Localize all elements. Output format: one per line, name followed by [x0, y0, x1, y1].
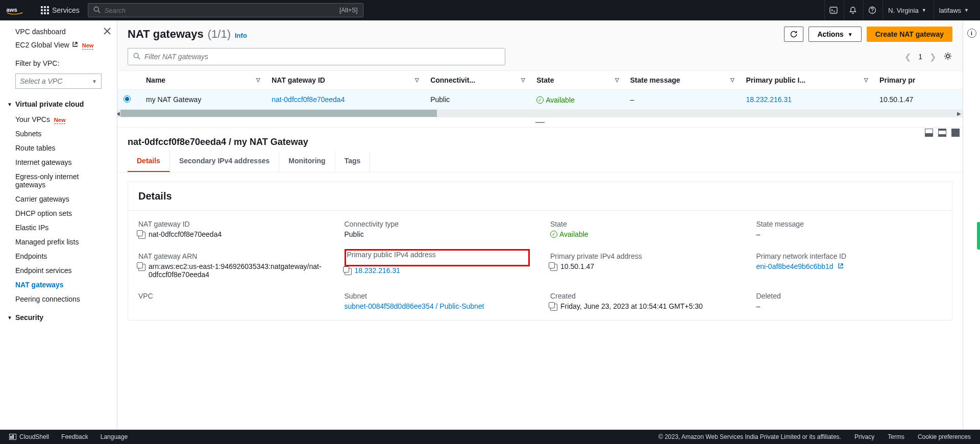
info-link[interactable]: Info: [235, 32, 247, 39]
col-state[interactable]: State▽: [530, 71, 624, 90]
scrollbar-thumb[interactable]: [120, 110, 437, 117]
sidebar-section-security[interactable]: ▼ Security: [0, 309, 117, 326]
sidebar-item-nat-gateways[interactable]: NAT gateways: [0, 278, 117, 292]
col-public-ip[interactable]: Primary public I...▽: [740, 71, 873, 90]
chevron-down-icon: ▼: [7, 102, 12, 107]
details-breadcrumb: nat-0dfccf0f8e70eeda4 / my NAT Gateway: [117, 128, 963, 151]
sidebar-item-route-tables[interactable]: Route tables: [0, 141, 117, 155]
layout-icon-3[interactable]: [951, 129, 960, 137]
ec2-global-view-link[interactable]: EC2 Global View New: [15, 41, 109, 49]
feedback-handle[interactable]: [977, 222, 980, 250]
filter-caret-icon[interactable]: ▽: [415, 77, 419, 83]
content-area: NAT gateways (1/1) Info Actions ▼ Create…: [117, 20, 963, 430]
sidebar-item-carrier-gateways[interactable]: Carrier gateways: [0, 192, 117, 206]
search-shortcut: [Alt+S]: [339, 7, 358, 14]
nav-label: Your VPCs: [15, 115, 50, 124]
table-row[interactable]: my NAT Gateway nat-0dfccf0f8e70eeda4 Pub…: [117, 90, 963, 110]
sidebar-item-endpoint-services[interactable]: Endpoint services: [0, 263, 117, 278]
layout-icon-1[interactable]: [925, 129, 933, 137]
field-value-link[interactable]: eni-0af8be4e9b6c6bb1d: [756, 262, 834, 270]
external-link-icon: [838, 262, 844, 270]
sidebar-item-egress-gateways[interactable]: Egress-only internet gateways: [0, 169, 117, 192]
scroll-right-icon[interactable]: ▶: [955, 110, 963, 117]
help-icon[interactable]: [863, 0, 880, 20]
cell-state: ✓Available: [536, 96, 575, 104]
filter-caret-icon[interactable]: ▽: [864, 77, 868, 83]
prev-page-button[interactable]: ❮: [904, 52, 911, 62]
filter-caret-icon[interactable]: ▽: [521, 77, 525, 83]
top-navbar: aws Services [Alt+S] N. Virginia ▼ latif…: [0, 0, 980, 20]
filter-caret-icon[interactable]: ▽: [256, 77, 260, 83]
global-search[interactable]: [Alt+S]: [88, 3, 363, 17]
sidebar: VPC dashboard EC2 Global View New Filter…: [0, 20, 117, 430]
col-state-message[interactable]: State message▽: [624, 71, 740, 90]
grip-icon: [535, 122, 545, 123]
region-dropdown[interactable]: N. Virginia ▼: [883, 0, 932, 20]
field-value-link[interactable]: subnet-0084f58d0d86ee354 / Public-Subnet: [345, 302, 484, 310]
aws-logo[interactable]: aws: [6, 6, 30, 15]
actions-button[interactable]: Actions ▼: [808, 27, 861, 42]
field-value-link[interactable]: 18.232.216.31: [355, 266, 401, 275]
copy-icon[interactable]: [550, 304, 557, 311]
horizontal-scrollbar[interactable]: ◀ ▶: [117, 110, 963, 117]
user-dropdown[interactable]: latifaws ▼: [934, 0, 974, 20]
field-nat-gateway-arn: NAT gateway ARN arn:aws:ec2:us-east-1:94…: [138, 252, 324, 279]
cell-public-ip-link[interactable]: 18.232.216.31: [746, 95, 792, 104]
pane-splitter[interactable]: [117, 117, 963, 128]
col-name[interactable]: Name▽: [140, 71, 265, 90]
sidebar-item-internet-gateways[interactable]: Internet gateways: [0, 155, 117, 169]
copy-icon[interactable]: [345, 268, 352, 275]
next-page-button[interactable]: ❯: [929, 52, 936, 62]
global-search-input[interactable]: [105, 7, 339, 14]
field-nat-gateway-id: NAT gateway ID nat-0dfccf0f8e70eeda4: [138, 220, 324, 239]
field-label: Primary private IPv4 address: [550, 252, 736, 260]
highlight-annotation: Primary public IPv4 address: [345, 249, 530, 266]
field-state: State ✓Available: [550, 220, 736, 239]
close-sidebar-icon[interactable]: [104, 28, 111, 36]
layout-icon-2[interactable]: [938, 129, 946, 137]
info-icon[interactable]: i: [967, 29, 976, 38]
filter-caret-icon[interactable]: ▽: [615, 77, 619, 83]
sidebar-item-your-vpcs[interactable]: Your VPCs New: [0, 112, 117, 127]
section-label: Virtual private cloud: [15, 100, 84, 108]
sidebar-section-vpc[interactable]: ▼ Virtual private cloud: [0, 96, 117, 112]
filter-input[interactable]: [128, 48, 505, 65]
create-nat-gateway-button[interactable]: Create NAT gateway: [867, 27, 952, 42]
tab-monitoring[interactable]: Monitoring: [279, 151, 335, 172]
refresh-button[interactable]: [784, 27, 803, 42]
settings-button[interactable]: [943, 52, 952, 62]
copy-icon[interactable]: [138, 232, 145, 239]
page-title: NAT gateways (1/1) Info: [128, 28, 247, 41]
filter-caret-icon[interactable]: ▽: [730, 77, 734, 83]
copy-icon[interactable]: [138, 264, 145, 271]
notifications-icon[interactable]: [844, 0, 861, 20]
row-radio[interactable]: [124, 95, 131, 103]
tab-tags[interactable]: Tags: [335, 151, 371, 172]
sidebar-item-elastic-ips[interactable]: Elastic IPs: [0, 220, 117, 235]
vpc-select[interactable]: Select a VPC ▼: [15, 73, 102, 89]
title-count: (1/1): [208, 28, 231, 41]
tab-details[interactable]: Details: [128, 151, 170, 172]
cloudshell-icon[interactable]: [824, 0, 842, 20]
col-private-ip[interactable]: Primary pr: [873, 71, 963, 90]
col-id[interactable]: NAT gateway ID▽: [265, 71, 424, 90]
vpc-dashboard-link[interactable]: VPC dashboard: [15, 28, 109, 36]
filter-text-input[interactable]: [144, 53, 500, 61]
services-button[interactable]: Services: [38, 4, 83, 16]
field-label: Created: [550, 292, 736, 300]
sidebar-item-managed-prefix-lists[interactable]: Managed prefix lists: [0, 235, 117, 249]
field-deleted: Deleted –: [756, 292, 942, 311]
sidebar-item-subnets[interactable]: Subnets: [0, 127, 117, 141]
sidebar-item-dhcp-option-sets[interactable]: DHCP option sets: [0, 206, 117, 220]
col-connectivity[interactable]: Connectivit...▽: [424, 71, 530, 90]
cell-private-ip: 10.50.1.47: [873, 90, 963, 110]
field-primary-eni: Primary network interface ID eni-0af8be4…: [756, 252, 942, 279]
services-grid-icon: [41, 6, 49, 14]
field-state-message: State message –: [756, 220, 942, 239]
tab-secondary-ipv4[interactable]: Secondary IPv4 addresses: [170, 151, 279, 172]
services-label: Services: [52, 6, 80, 14]
sidebar-item-peering-connections[interactable]: Peering connections: [0, 292, 117, 306]
sidebar-item-endpoints[interactable]: Endpoints: [0, 249, 117, 263]
copy-icon[interactable]: [550, 264, 557, 271]
cell-id-link[interactable]: nat-0dfccf0f8e70eeda4: [272, 95, 345, 104]
